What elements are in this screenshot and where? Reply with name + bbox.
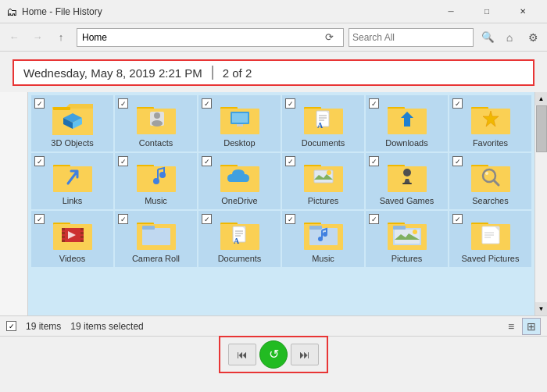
up-button[interactable]: ↑ bbox=[50, 27, 72, 48]
date-text: Wednesday, May 8, 2019 2:21 PM bbox=[23, 66, 202, 80]
folder-icon-saved-pictures bbox=[470, 216, 511, 251]
forward-icon: → bbox=[33, 31, 43, 43]
forward-button[interactable]: → bbox=[27, 27, 48, 48]
search-button[interactable]: 🔍 bbox=[478, 28, 497, 47]
folder-label: Desktop bbox=[223, 138, 255, 148]
app-icon: 🗂 bbox=[6, 5, 17, 18]
close-button[interactable]: ✕ bbox=[505, 0, 541, 23]
back-button[interactable]: ← bbox=[3, 27, 25, 48]
svg-rect-63 bbox=[62, 240, 65, 242]
folder-checkbox[interactable]: ✓ bbox=[118, 214, 128, 224]
folder-item-music[interactable]: ✓ Music bbox=[115, 153, 197, 209]
folder-label: Downloads bbox=[385, 138, 427, 148]
folder-item-music2[interactable]: ✓ Music bbox=[282, 211, 364, 267]
folder-item-favorites[interactable]: ✓ Favorites bbox=[449, 95, 531, 151]
search-icon: 🔍 bbox=[481, 31, 495, 43]
list-view-icon: ≡ bbox=[508, 320, 514, 333]
folder-checkbox[interactable]: ✓ bbox=[34, 214, 45, 224]
folder-item-downloads[interactable]: ✓ Downloads bbox=[366, 95, 448, 151]
back-icon: ← bbox=[9, 31, 20, 43]
maximize-button[interactable]: □ bbox=[469, 0, 505, 23]
folder-checkbox[interactable]: ✓ bbox=[202, 214, 212, 224]
home-button[interactable]: ⌂ bbox=[499, 27, 520, 48]
folder-item-documents[interactable]: ✓ A Documents bbox=[282, 95, 364, 151]
folder-item-links[interactable]: ✓ Links bbox=[31, 153, 113, 209]
svg-rect-58 bbox=[80, 228, 84, 230]
svg-point-44 bbox=[327, 170, 331, 175]
folder-checkbox[interactable]: ✓ bbox=[202, 98, 212, 109]
folder-checkbox[interactable]: ✓ bbox=[452, 214, 463, 224]
nav-bar: ← → ↑ ⟳ 🔍 ⌂ ⚙ bbox=[0, 23, 547, 52]
folder-checkbox[interactable]: ✓ bbox=[369, 214, 379, 224]
folder-label: Links bbox=[63, 196, 83, 205]
folder-checkbox[interactable]: ✓ bbox=[285, 214, 295, 224]
folder-item-contacts[interactable]: ✓ Contacts bbox=[115, 95, 197, 151]
title-bar-buttons: ─ □ ✕ bbox=[433, 0, 541, 23]
folder-item-saved-games[interactable]: ✓ Saved Games bbox=[366, 153, 448, 209]
settings-button[interactable]: ⚙ bbox=[522, 27, 544, 48]
folder-checkbox[interactable]: ✓ bbox=[452, 98, 463, 109]
date-bar-wrapper: Wednesday, May 8, 2019 2:21 PM 2 of 2 bbox=[0, 52, 547, 92]
status-checkbox[interactable]: ✓ bbox=[6, 321, 16, 331]
scrollbar[interactable]: ▲ ▼ bbox=[534, 92, 547, 315]
svg-text:A: A bbox=[317, 121, 324, 130]
folder-item-pictures[interactable]: ✓ Pictures bbox=[282, 153, 364, 209]
scroll-thumb[interactable] bbox=[536, 105, 547, 152]
folder-icon-pictures2 bbox=[387, 216, 427, 251]
folder-item-onedrive[interactable]: ✓ OneDrive bbox=[198, 153, 281, 209]
svg-point-89 bbox=[413, 230, 417, 234]
minimize-button[interactable]: ─ bbox=[433, 0, 469, 23]
folder-icon-desktop bbox=[220, 101, 260, 135]
svg-rect-68 bbox=[142, 228, 170, 245]
first-button[interactable]: ⏮ bbox=[228, 344, 256, 365]
folder-label: Music bbox=[312, 254, 334, 263]
folder-checkbox[interactable]: ✓ bbox=[285, 156, 295, 166]
folder-checkbox[interactable]: ✓ bbox=[452, 156, 463, 166]
folder-item-documents2[interactable]: ✓ A Documents bbox=[198, 211, 281, 267]
folder-checkbox[interactable]: ✓ bbox=[285, 98, 295, 109]
list-view-button[interactable]: ≡ bbox=[502, 318, 520, 335]
folder-checkbox[interactable]: ✓ bbox=[118, 98, 128, 109]
scroll-up-button[interactable]: ▲ bbox=[535, 92, 548, 105]
folder-item-videos[interactable]: ✓ Videos bbox=[31, 211, 113, 267]
folder-checkbox[interactable]: ✓ bbox=[369, 156, 379, 166]
last-button[interactable]: ⏭ bbox=[291, 344, 319, 365]
folder-item-desktop[interactable]: ✓ Desktop bbox=[198, 95, 281, 151]
folder-item-pictures2[interactable]: ✓ Pictures bbox=[366, 211, 448, 267]
folder-icon-links bbox=[52, 159, 93, 193]
folder-label: Pictures bbox=[391, 254, 423, 263]
folder-checkbox[interactable]: ✓ bbox=[118, 156, 128, 166]
restore-button[interactable]: ↺ bbox=[259, 340, 288, 369]
scroll-track[interactable] bbox=[535, 105, 548, 302]
files-panel[interactable]: ✓ 3D Objects ✓ bbox=[28, 92, 534, 315]
folder-checkbox[interactable]: ✓ bbox=[202, 156, 212, 166]
address-input[interactable] bbox=[82, 32, 320, 43]
address-refresh-button[interactable]: ⟳ bbox=[320, 28, 338, 47]
folder-checkbox[interactable]: ✓ bbox=[34, 156, 45, 166]
content-area: ✓ 3D Objects ✓ bbox=[0, 92, 547, 315]
address-bar[interactable]: ⟳ bbox=[77, 28, 344, 47]
selected-count: 19 items selected bbox=[70, 321, 143, 332]
svg-rect-69 bbox=[142, 226, 155, 230]
folder-icon-music2 bbox=[303, 216, 344, 251]
svg-rect-64 bbox=[80, 240, 84, 242]
folder-item-camera-roll[interactable]: ✓ Camera Roll bbox=[115, 211, 197, 267]
svg-rect-60 bbox=[80, 232, 84, 234]
folder-icon-downloads bbox=[387, 101, 427, 135]
search-input[interactable] bbox=[352, 32, 470, 43]
folder-checkbox[interactable]: ✓ bbox=[369, 98, 379, 109]
folder-icon-contacts bbox=[136, 101, 177, 135]
folder-item-saved-pictures[interactable]: ✓ Saved Pictures bbox=[449, 211, 531, 267]
grid-view-button[interactable]: ⊞ bbox=[522, 318, 541, 335]
folder-label: Saved Games bbox=[380, 196, 434, 205]
svg-point-11 bbox=[154, 112, 160, 119]
folder-item-searches[interactable]: ✓ Searches bbox=[449, 153, 531, 209]
page-text: 2 of 2 bbox=[223, 66, 252, 80]
folder-label: Music bbox=[145, 196, 167, 205]
svg-point-12 bbox=[152, 120, 163, 127]
folder-checkbox[interactable]: ✓ bbox=[34, 98, 45, 109]
refresh-icon: ⟳ bbox=[325, 31, 334, 43]
folder-item-3d-objects[interactable]: ✓ 3D Objects bbox=[31, 95, 113, 151]
scroll-down-button[interactable]: ▼ bbox=[535, 302, 548, 315]
search-bar[interactable] bbox=[349, 28, 474, 47]
